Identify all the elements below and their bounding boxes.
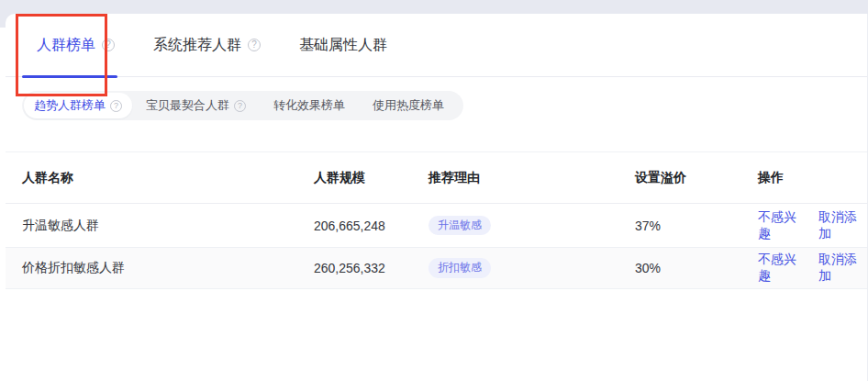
table-row: 升温敏感人群 206,665,248 升温敏感 37% 不感兴趣 取消添加	[6, 204, 867, 248]
table-header-row: 人群名称 人群规模 推荐理由 设置溢价 操作	[6, 152, 867, 204]
audience-scale: 260,256,332	[314, 261, 428, 275]
col-header-audience-scale: 人群规模	[314, 170, 428, 186]
tab-label: 人群榜单	[37, 36, 95, 55]
subtab-best-fit-audience[interactable]: 宝贝最契合人群 ?	[132, 93, 260, 118]
help-icon[interactable]: ?	[248, 39, 261, 51]
content-panel: 人群榜单 ? 系统推荐人群 ? 基础属性人群 趋势人群榜单 ? 宝贝最契合人群 …	[6, 14, 868, 381]
tab-label: 系统推荐人群	[153, 36, 241, 55]
subtab-label: 趋势人群榜单	[34, 97, 106, 114]
page-background-strip	[0, 0, 868, 14]
subtab-label: 转化效果榜单	[273, 97, 345, 114]
sub-tab-bar: 趋势人群榜单 ? 宝贝最契合人群 ? 转化效果榜单 使用热度榜单	[22, 91, 463, 120]
premium-value: 37%	[635, 219, 758, 233]
premium-value: 30%	[635, 261, 758, 275]
tab-audience-ranking[interactable]: 人群榜单 ?	[37, 14, 115, 76]
audience-scale: 206,665,248	[314, 219, 428, 233]
reason-badge: 升温敏感	[428, 216, 491, 236]
audience-table: 人群名称 人群规模 推荐理由 设置溢价 操作 升温敏感人群 206,665,24…	[6, 151, 867, 289]
cancel-add-link[interactable]: 取消添加	[818, 209, 867, 242]
active-tab-underline	[22, 75, 117, 78]
audience-name: 升温敏感人群	[22, 218, 314, 234]
audience-name: 价格折扣敏感人群	[22, 260, 314, 276]
subtab-label: 宝贝最契合人群	[146, 97, 229, 114]
subtab-label: 使用热度榜单	[373, 97, 444, 114]
not-interested-link[interactable]: 不感兴趣	[758, 209, 807, 242]
help-icon[interactable]: ?	[102, 39, 115, 51]
table-row: 价格折扣敏感人群 260,256,332 折扣敏感 30% 不感兴趣 取消添加	[6, 248, 867, 289]
help-icon[interactable]: ?	[234, 100, 246, 112]
main-tab-bar: 人群榜单 ? 系统推荐人群 ? 基础属性人群	[6, 14, 867, 77]
subtab-usage-popularity-ranking[interactable]: 使用热度榜单	[359, 93, 458, 118]
tab-system-recommended-audience[interactable]: 系统推荐人群 ?	[153, 14, 261, 76]
col-header-recommend-reason: 推荐理由	[428, 170, 635, 186]
col-header-actions: 操作	[758, 170, 867, 186]
not-interested-link[interactable]: 不感兴趣	[758, 252, 807, 285]
tab-label: 基础属性人群	[299, 36, 387, 55]
subtab-trend-audience-ranking[interactable]: 趋势人群榜单 ?	[24, 93, 132, 118]
col-header-audience-name: 人群名称	[22, 170, 314, 186]
subtab-conversion-effect-ranking[interactable]: 转化效果榜单	[260, 93, 359, 118]
tab-basic-attribute-audience[interactable]: 基础属性人群	[299, 14, 387, 76]
help-icon[interactable]: ?	[110, 100, 122, 112]
col-header-set-premium: 设置溢价	[635, 170, 758, 186]
cancel-add-link[interactable]: 取消添加	[818, 252, 867, 285]
reason-badge: 折扣敏感	[428, 258, 491, 278]
